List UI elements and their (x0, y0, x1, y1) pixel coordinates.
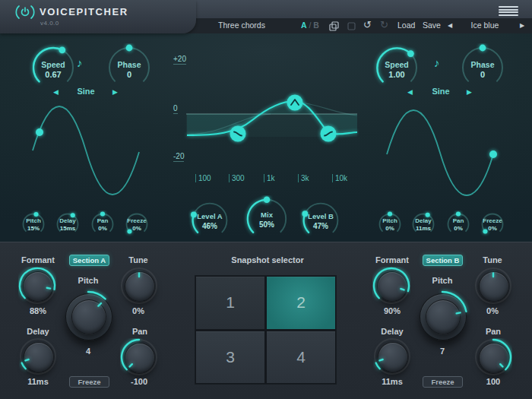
pitch-b-value: 7 (420, 347, 465, 356)
tune-a-knob[interactable] (120, 267, 158, 305)
mix-value: 50% (243, 220, 290, 229)
redo-icon[interactable]: ↻ (380, 19, 388, 30)
eq-high-shelf-handle[interactable] (321, 126, 337, 142)
delay-a-label: Delay (15, 327, 61, 336)
pan-b-value: 100 (470, 377, 516, 386)
skin-next-icon[interactable]: ▶ (520, 22, 524, 29)
wave-a-name: Sine (67, 87, 105, 96)
formant-a-label: Formant (15, 255, 61, 264)
app-title: VOICEPITCHER (40, 6, 128, 17)
formant-a-knob[interactable] (18, 267, 56, 305)
phase-b-knob[interactable]: Phase 0 (458, 43, 507, 92)
pan-a-knob[interactable] (120, 338, 158, 376)
eq-low-shelf-handle[interactable] (230, 126, 246, 142)
mod-a-pan-label: Pan (89, 217, 116, 224)
snapshot-cell-3[interactable]: 3 (196, 331, 264, 384)
phase-b-value: 0 (458, 70, 507, 79)
mod-b-delay-knob[interactable]: Delay 11ms (410, 211, 437, 238)
wave-a-next-icon[interactable]: ▶ (112, 88, 118, 96)
delay-a-knob[interactable] (19, 337, 57, 375)
freq-tick (264, 174, 264, 182)
mod-a-delay-knob[interactable]: Delay 15ms (54, 211, 81, 238)
section-a-button[interactable]: Section A (69, 255, 109, 266)
skin-name[interactable]: Ice blue (464, 21, 505, 30)
freq-tick (229, 174, 230, 182)
speed-b-knob[interactable]: Speed 1.00 (372, 43, 421, 92)
formant-b-value: 90% (369, 306, 415, 315)
lfo-a-position-dot (36, 128, 43, 136)
level-b-value: 47% (299, 222, 342, 230)
freeze-b-button[interactable]: Freeze (423, 376, 463, 388)
mod-a-pitch-value: 15% (20, 225, 47, 232)
mod-a-delay-value: 15ms (54, 225, 81, 232)
mod-b-pan-knob[interactable]: Pan 0% (445, 211, 472, 238)
delay-b-knob[interactable] (373, 337, 411, 375)
mod-b-pan-value: 0% (445, 225, 472, 232)
formant-b-knob[interactable] (372, 267, 410, 305)
level-a-knob[interactable]: Level A 46% (188, 199, 231, 242)
wave-b-prev-icon[interactable]: ◀ (407, 88, 413, 96)
tune-b-knob[interactable] (474, 267, 512, 305)
mod-a-pitch-knob[interactable]: Pitch 15% (20, 211, 47, 238)
snapshot-cell-1[interactable]: 1 (196, 277, 264, 329)
pan-a-label: Pan (117, 327, 163, 336)
preset-name[interactable]: Three chords (214, 21, 269, 30)
app-version: v4.0.0 (40, 20, 59, 27)
mod-b-freeze-knob[interactable]: Freeze 0% (479, 211, 506, 238)
ab-b[interactable]: B (313, 21, 319, 30)
section-b-button[interactable]: Section B (423, 255, 463, 266)
mod-b-delay-label: Delay (410, 217, 437, 224)
pan-b-knob[interactable] (474, 338, 512, 376)
freeze-a-button[interactable]: Freeze (69, 376, 109, 388)
eq-curve-display[interactable] (172, 49, 359, 185)
skin-prev-icon[interactable]: ◀ (448, 22, 452, 29)
level-a-label: Level A (188, 212, 231, 220)
wave-b-next-icon[interactable]: ▶ (467, 88, 472, 96)
mod-a-pan-value: 0% (89, 225, 116, 232)
mod-a-pitch-label: Pitch (20, 217, 47, 224)
ab-a[interactable]: A (301, 21, 307, 30)
brand-logo-icon (14, 4, 36, 21)
eq-freq-300: 300 (229, 174, 245, 184)
snapshot-cell-4[interactable]: 4 (267, 331, 335, 384)
phase-a-label: Phase (105, 60, 154, 69)
mod-a-freeze-knob[interactable]: Freeze 0% (123, 211, 150, 238)
pitch-b-knob[interactable] (413, 287, 471, 345)
mod-b-pan-label: Pan (445, 217, 472, 224)
pitch-a-knob[interactable] (59, 287, 117, 345)
copy-icon[interactable] (329, 21, 339, 31)
eq-freq-10k: 10k (332, 174, 347, 184)
lfo-a-waveform[interactable] (23, 99, 148, 205)
phase-a-knob[interactable]: Phase 0 (105, 43, 154, 92)
note-sync-a-icon[interactable]: ♪ (77, 56, 83, 69)
mod-a-delay-label: Delay (54, 217, 81, 224)
level-b-knob[interactable]: Level B 47% (299, 199, 342, 242)
note-sync-b-icon[interactable]: ♪ (434, 56, 440, 69)
speed-a-knob[interactable]: Speed 0.67 (29, 43, 78, 92)
phase-a-value: 0 (105, 70, 154, 79)
save-button[interactable]: Save (423, 21, 441, 30)
pitch-a-value: 4 (65, 347, 111, 356)
speed-b-label: Speed (372, 60, 421, 69)
snapshot-cell-2[interactable]: 2 (267, 277, 335, 329)
paste-icon[interactable] (347, 22, 356, 30)
level-b-label: Level B (299, 212, 342, 220)
ab-separator: / (309, 21, 312, 30)
snapshot-title: Snapshot selector (214, 255, 321, 264)
phase-b-label: Phase (458, 60, 507, 69)
eq-peak-handle[interactable] (287, 95, 303, 111)
mod-a-pan-knob[interactable]: Pan 0% (89, 211, 116, 238)
load-button[interactable]: Load (397, 21, 415, 30)
lfo-b-waveform[interactable] (376, 99, 502, 205)
undo-icon[interactable]: ↺ (363, 19, 372, 30)
mod-b-freeze-value: 0% (479, 225, 506, 232)
eq-freq-100: 100 (195, 174, 211, 184)
pitch-a-label: Pitch (65, 276, 111, 285)
mod-b-pitch-knob[interactable]: Pitch 0% (376, 211, 404, 238)
wave-a-prev-icon[interactable]: ◀ (53, 88, 59, 96)
mix-knob[interactable]: Mix 50% (243, 195, 290, 242)
menu-icon[interactable] (499, 6, 518, 16)
mix-label: Mix (243, 211, 290, 219)
ab-compare[interactable]: A / B (301, 21, 319, 30)
tune-a-label: Tune (116, 255, 161, 264)
